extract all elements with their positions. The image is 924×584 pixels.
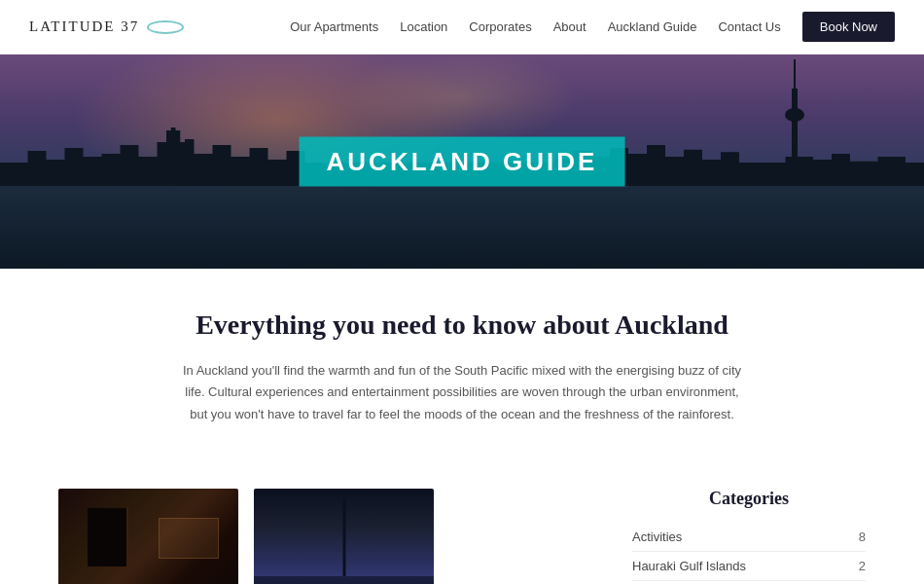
logo-oval-icon [147,20,184,34]
card-viaduct-image [254,489,434,584]
category-name: Hauraki Gulf Islands [632,559,746,573]
category-name: Activities [632,529,682,544]
categories-title: Categories [632,489,866,509]
hero-water [0,181,924,269]
card-newmarket-image [58,489,238,584]
hero-banner: Auckland Guide [0,55,924,269]
logo: Latitude 37 [29,18,184,35]
card-newmarket[interactable]: Newmarket Voted four times 'Best Shoppin… [58,489,238,584]
nav-location[interactable]: Location [400,19,447,34]
nav-auckland-guide[interactable]: Auckland Guide [608,19,697,34]
hero-sky-tower [792,89,798,186]
page-description: In Auckland you'll find the warmth and f… [180,360,744,424]
main-content: Everything you need to know about Auckla… [0,269,924,489]
bottom-section: Newmarket Voted four times 'Best Shoppin… [0,489,924,584]
category-count: 2 [859,559,866,573]
hero-title: Auckland Guide [327,147,598,176]
main-nav: Our Apartments Location Corporates About… [290,12,895,42]
categories-list: Activities8Hauraki Gulf Islands2Places t… [632,523,866,584]
category-row[interactable]: Hauraki Gulf Islands2 [632,552,866,581]
nav-our-apartments[interactable]: Our Apartments [290,19,378,34]
page-heading: Everything you need to know about Auckla… [58,308,866,343]
cards-area: Newmarket Voted four times 'Best Shoppin… [58,489,613,584]
nav-about[interactable]: About [553,19,586,34]
hero-title-box: Auckland Guide [300,137,625,187]
category-row[interactable]: Activities8 [632,523,866,552]
nav-corporates[interactable]: Corporates [469,19,531,34]
site-header: Latitude 37 Our Apartments Location Corp… [0,0,924,55]
categories-panel: Categories Activities8Hauraki Gulf Islan… [632,489,866,584]
category-count: 8 [859,529,866,544]
card-viaduct[interactable]: Viaduct Harbour Explore the vibrant Viad… [254,489,434,584]
logo-text: Latitude 37 [29,18,139,35]
nav-contact-us[interactable]: Contact Us [718,19,780,34]
book-now-button[interactable]: Book Now [802,12,895,42]
